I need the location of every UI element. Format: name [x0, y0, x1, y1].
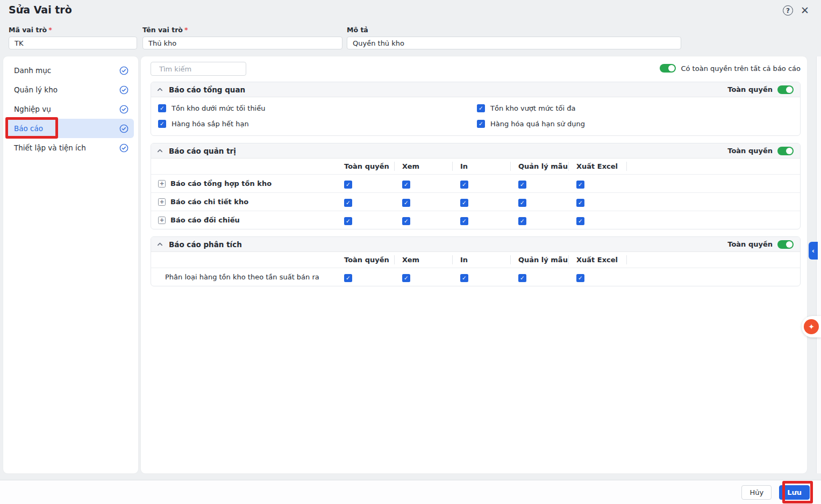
- permissions-panel: Có toàn quyền trên tất cả báo cáo Báo cá…: [141, 56, 807, 473]
- role-code-input[interactable]: [9, 37, 137, 49]
- permission-checkbox[interactable]: ✓: [477, 104, 485, 112]
- report-name: Báo cáo đối chiếu: [170, 216, 240, 224]
- permission-checkbox[interactable]: ✓: [460, 199, 468, 207]
- permission-checkbox[interactable]: ✓: [477, 120, 485, 128]
- section-title: Báo cáo quản trị: [169, 147, 236, 155]
- section-header: Báo cáo quản trịToàn quyền: [151, 143, 800, 159]
- role-description-label: Mô tả: [347, 26, 681, 34]
- toggle-knob: [786, 241, 793, 248]
- search-input[interactable]: [159, 65, 251, 73]
- role-code-field-group: Mã vai trò*: [9, 26, 137, 49]
- all-reports-toggle-label: Có toàn quyền trên tất cả báo cáo: [681, 64, 801, 73]
- section-toggle-label: Toàn quyền: [727, 147, 773, 155]
- all-reports-toggle[interactable]: [660, 64, 676, 73]
- section-full-permission-toggle[interactable]: [777, 85, 794, 94]
- assistant-sparkle-icon[interactable]: ✦: [804, 319, 819, 334]
- dialog-footer: Hủy Lưu: [0, 480, 821, 504]
- chevron-up-icon[interactable]: [156, 86, 164, 93]
- role-code-label: Mã vai trò*: [9, 26, 137, 34]
- table-header-row: Toàn quyềnXemInQuản lý mẫuXuất Excel: [151, 252, 800, 268]
- permission-checkbox[interactable]: ✓: [576, 199, 584, 207]
- sidebar-item-label: Quản lý kho: [14, 85, 58, 94]
- role-description-input[interactable]: [347, 37, 681, 49]
- report-row-label: Phân loại hàng tồn kho theo tần suất bán…: [151, 273, 337, 281]
- column-header: Xuất Excel: [569, 162, 627, 171]
- permission-cell: ✓: [453, 178, 511, 189]
- panel-expand-chevron-icon[interactable]: ‹: [809, 242, 818, 260]
- chevron-up-icon[interactable]: [156, 147, 164, 155]
- permission-cell: ✓: [511, 178, 569, 189]
- permission-checkbox[interactable]: ✓: [576, 217, 584, 225]
- permission-checkbox[interactable]: ✓: [158, 104, 166, 112]
- permission-checkbox[interactable]: ✓: [158, 120, 166, 128]
- permission-checkbox[interactable]: ✓: [460, 217, 468, 225]
- section-full-permission-toggle[interactable]: [777, 147, 794, 155]
- checkbox-label: Tồn kho vượt mức tối đa: [490, 104, 575, 112]
- section-header: Báo cáo phân tíchToàn quyền: [151, 237, 800, 252]
- expand-plus-icon[interactable]: +: [158, 180, 166, 188]
- report-row-label: +Báo cáo tổng hợp tồn kho: [151, 179, 337, 188]
- permission-checkbox[interactable]: ✓: [344, 274, 352, 282]
- permission-checkbox[interactable]: ✓: [344, 199, 352, 207]
- permission-checkbox[interactable]: ✓: [518, 274, 526, 282]
- help-icon[interactable]: ?: [783, 5, 793, 16]
- role-name-input[interactable]: [142, 37, 342, 49]
- sidebar-item-danh-mục[interactable]: Danh mục: [8, 61, 134, 80]
- permission-checkbox[interactable]: ✓: [402, 217, 410, 225]
- checkbox-grid: ✓Tồn kho dưới mức tối thiểu✓Tồn kho vượt…: [151, 97, 800, 135]
- permission-checkbox[interactable]: ✓: [402, 181, 410, 189]
- permission-checkbox[interactable]: ✓: [402, 274, 410, 282]
- sidebar-item-quản-lý-kho[interactable]: Quản lý kho: [8, 80, 134, 99]
- permission-group-sidebar: Danh mụcQuản lý khoNghiệp vụBáo cáoThiết…: [3, 56, 138, 473]
- expand-plus-icon[interactable]: +: [158, 198, 166, 206]
- report-row-label: +Báo cáo chi tiết kho: [151, 198, 337, 206]
- sidebar-item-label: Danh mục: [14, 66, 51, 75]
- page-title: Sửa Vai trò: [9, 4, 72, 16]
- checkbox-item: ✓Hàng hóa sắp hết hạn: [158, 119, 477, 128]
- cancel-button[interactable]: Hủy: [741, 485, 772, 500]
- permission-section: Báo cáo quản trịToàn quyềnToàn quyềnXemI…: [151, 143, 801, 229]
- role-name-label: Tên vai trò*: [142, 26, 342, 34]
- dialog-header: Sửa Vai trò ? ✕: [0, 0, 821, 21]
- sidebar-item-nghiệp-vụ[interactable]: Nghiệp vụ: [8, 99, 134, 119]
- close-icon[interactable]: ✕: [801, 5, 809, 16]
- section-full-permission-toggle[interactable]: [777, 240, 794, 249]
- column-header: In: [453, 162, 511, 171]
- permission-cell: ✓: [569, 272, 627, 282]
- permission-checkbox[interactable]: ✓: [402, 199, 410, 207]
- table-header-row: Toàn quyềnXemInQuản lý mẫuXuất Excel: [151, 159, 800, 174]
- checkbox-label: Tồn kho dưới mức tối thiểu: [172, 104, 265, 112]
- sidebar-item-thiết-lập-và-tiện-ích[interactable]: Thiết lập và tiện ích: [8, 138, 134, 157]
- table-row: +Báo cáo chi tiết kho✓✓✓✓✓: [151, 192, 800, 211]
- permission-checkbox[interactable]: ✓: [344, 181, 352, 189]
- permission-checkbox[interactable]: ✓: [518, 181, 526, 189]
- search-box[interactable]: [151, 62, 246, 76]
- permission-cell: ✓: [395, 178, 453, 189]
- permission-checkbox[interactable]: ✓: [460, 274, 468, 282]
- sidebar-item-báo-cáo[interactable]: Báo cáo: [8, 119, 134, 138]
- expand-plus-icon[interactable]: +: [158, 217, 166, 224]
- permission-cell: ✓: [453, 215, 511, 225]
- permission-checkbox[interactable]: ✓: [460, 181, 468, 189]
- permission-checkbox[interactable]: ✓: [518, 199, 526, 207]
- chevron-up-icon[interactable]: [156, 241, 164, 248]
- checkbox-label: Hàng hóa sắp hết hạn: [172, 120, 249, 128]
- permission-cell: ✓: [337, 178, 395, 189]
- permission-cell: ✓: [395, 215, 453, 225]
- section-toggle-label: Toàn quyền: [727, 240, 773, 248]
- permission-cell: ✓: [453, 197, 511, 207]
- permissions-toolbar: Có toàn quyền trên tất cả báo cáo: [151, 62, 801, 82]
- permission-checkbox[interactable]: ✓: [518, 217, 526, 225]
- assistant-pill: ✦: [802, 316, 821, 337]
- table-row: +Báo cáo đối chiếu✓✓✓✓✓: [151, 211, 800, 229]
- permission-checkbox[interactable]: ✓: [576, 274, 584, 282]
- permission-section: Báo cáo phân tíchToàn quyềnToàn quyềnXem…: [151, 236, 801, 286]
- permission-checkbox[interactable]: ✓: [344, 217, 352, 225]
- permission-checkbox[interactable]: ✓: [576, 181, 584, 189]
- section-title: Báo cáo phân tích: [169, 240, 242, 249]
- save-button[interactable]: Lưu: [779, 485, 810, 500]
- report-row-label: +Báo cáo đối chiếu: [151, 216, 337, 224]
- check-circle-icon: [119, 105, 128, 114]
- column-header: Xem: [395, 255, 453, 264]
- permission-section: Báo cáo tổng quanToàn quyền✓Tồn kho dưới…: [151, 82, 801, 136]
